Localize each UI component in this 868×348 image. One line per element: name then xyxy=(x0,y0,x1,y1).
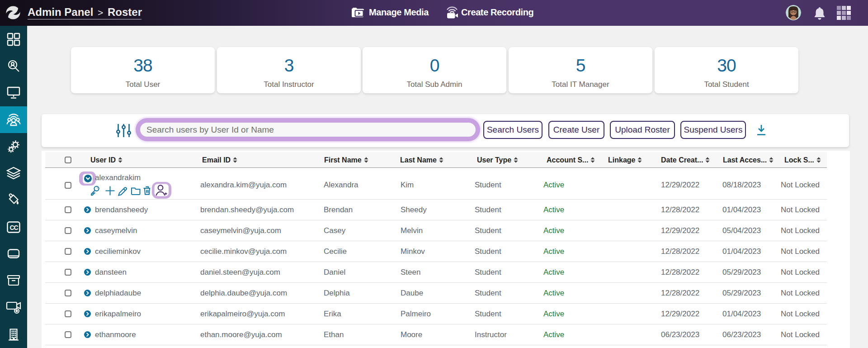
svg-text:CC: CC xyxy=(9,224,18,231)
